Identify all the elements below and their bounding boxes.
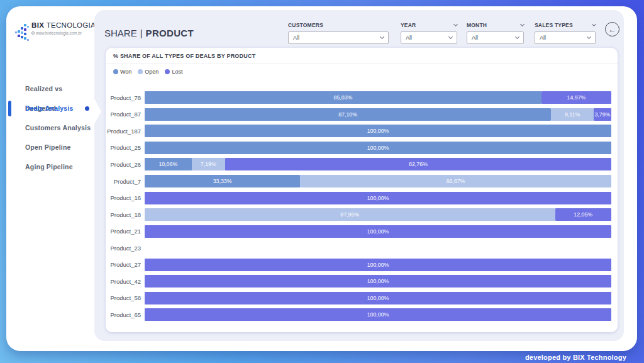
bar-segment-label: 100,00% [367, 262, 389, 268]
legend-label: Open [145, 69, 158, 75]
bar-segment-lost[interactable]: 12,05% [555, 208, 611, 221]
filter-value: All [472, 35, 478, 41]
bar-segment-open[interactable]: 7,19% [192, 158, 225, 170]
chart-title: % SHARE OF ALL TYPES OF DEALS BY PRODUCT [106, 48, 618, 64]
chart-rows: Product_7885,03%14,97%Product_8787,10%9,… [106, 89, 618, 323]
content-panel: SHARE|PRODUCT CUSTOMERSAllYEARAllMONTHAl… [94, 10, 624, 341]
bar-track: 100,00% [145, 125, 611, 137]
category-label: Product_18 [106, 211, 141, 218]
sidebar-item-customers-analysis[interactable]: Customers Analysis [6, 118, 94, 138]
filter-header: SALES TYPES [535, 21, 596, 28]
filter-dropdown-customers[interactable]: All [288, 31, 389, 44]
bar-segment-open[interactable]: 87,95% [145, 208, 555, 221]
bar-segment-label: 7,19% [201, 161, 216, 167]
chart-card: % SHARE OF ALL TYPES OF DEALS BY PRODUCT… [106, 48, 618, 332]
legend-item-lost[interactable]: Lost [165, 69, 182, 75]
brand-name: BIX TECNOLOGIA [31, 21, 96, 29]
developed-by-credit: developed by BIX Technology [525, 354, 626, 361]
chevron-down-icon[interactable] [592, 21, 596, 26]
sidebar-nav: Realized vs budgetedDeals AnalysisCustom… [6, 79, 94, 177]
chart-row: Product_733,33%66,67% [106, 173, 618, 190]
bar-segment-label: 66,67% [447, 178, 465, 184]
legend-item-won[interactable]: Won [113, 69, 131, 75]
bar-segment-lost[interactable]: 14,97% [541, 91, 611, 104]
bar-segment-label: 10,06% [158, 161, 177, 167]
bix-pixel-logo-icon [15, 23, 30, 43]
category-label: Product_187 [106, 128, 141, 135]
bix-logo: BIX TECNOLOGIA www.bixtecnologia.com.br [15, 21, 93, 43]
chart-row: Product_65100,00% [106, 306, 618, 323]
filter-dropdown-month[interactable]: All [467, 31, 524, 44]
bar-segment-won[interactable]: 85,03% [145, 91, 541, 104]
category-label: Product_26 [106, 161, 141, 168]
chevron-down-icon [448, 35, 453, 39]
chevron-down-icon [587, 35, 591, 39]
bar-segment-won[interactable]: 33,33% [145, 175, 300, 187]
filter-sales-types: SALES TYPESAll [535, 21, 596, 44]
filter-dropdown-sales-types[interactable]: All [535, 31, 596, 44]
bar-segment-lost[interactable]: 100,00% [145, 292, 611, 304]
bar-segment-won[interactable]: 87,10% [145, 108, 551, 121]
filter-header: MONTH [467, 21, 524, 28]
page-title-emphasis: PRODUCT [146, 28, 194, 38]
bar-segment-label: 9,11% [565, 111, 580, 118]
category-label: Product_87 [106, 111, 141, 118]
filter-value: All [293, 35, 299, 41]
filter-value: All [540, 35, 546, 41]
bar-segment-open[interactable]: 66,67% [300, 175, 611, 187]
bar-track: 100,00% [145, 259, 611, 271]
bar-track: 100,00% [145, 292, 611, 304]
bar-segment-label: 33,33% [213, 178, 232, 184]
chart-row: Product_42100,00% [106, 273, 618, 290]
bar-segment-lost[interactable]: 100,00% [145, 275, 611, 288]
filter-customers: CUSTOMERSAll [288, 21, 389, 44]
bar-segment-won[interactable]: 100,00% [145, 142, 611, 154]
sidebar-item-aging-pipeline[interactable]: Aging Pipeline [6, 157, 94, 177]
bar-segment-lost[interactable]: 3,79% [594, 108, 611, 121]
chart-row: Product_8787,10%9,11%3,79% [106, 106, 618, 123]
active-indicator-dot [85, 106, 89, 111]
category-label: Product_25 [106, 144, 141, 151]
bar-track: 100,00% [145, 275, 611, 288]
bar-segment-lost[interactable]: 82,76% [225, 158, 611, 170]
chevron-down-icon[interactable] [520, 21, 525, 26]
chevron-down-icon [380, 35, 384, 39]
page-title-separator: | [140, 28, 143, 38]
bar-segment-lost[interactable]: 100,00% [145, 308, 611, 321]
chevron-down-icon [515, 35, 519, 39]
chevron-down-icon[interactable] [453, 21, 458, 26]
category-label: Product_65 [106, 311, 141, 318]
bar-segment-label: 3,79% [594, 111, 610, 118]
legend-label: Lost [172, 69, 182, 75]
filter-value: All [406, 35, 412, 41]
bar-segment-open[interactable]: 9,11% [551, 108, 594, 121]
chart-row: Product_21100,00% [106, 223, 618, 240]
sidebar-item-realized-vs-budgeted[interactable]: Realized vs budgeted [6, 79, 94, 99]
sidebar-item-deals-analysis[interactable]: Deals Analysis [6, 99, 94, 118]
sidebar-item-open-pipeline[interactable]: Open Pipeline [6, 138, 94, 157]
filter-label: MONTH [467, 22, 487, 28]
chart-row: Product_23 [106, 240, 618, 257]
globe-icon [31, 31, 35, 35]
bar-segment-lost[interactable]: 100,00% [145, 225, 611, 238]
bar-segment-lost[interactable]: 100,00% [145, 259, 611, 271]
sidebar-item-label: Open Pipeline [25, 143, 71, 151]
bar-track: 87,95%12,05% [145, 208, 611, 221]
category-label: Product_21 [106, 228, 141, 235]
legend-item-open[interactable]: Open [138, 69, 158, 75]
bar-segment-label: 100,00% [367, 295, 389, 301]
bar-segment-won[interactable]: 100,00% [145, 125, 611, 137]
bar-segment-label: 12,05% [574, 211, 592, 218]
legend-label: Won [120, 69, 131, 75]
bar-track: 10,06%7,19%82,76% [145, 158, 611, 170]
bar-segment-label: 87,10% [338, 111, 357, 118]
logo-text: BIX TECNOLOGIA www.bixtecnologia.com.br [31, 21, 96, 35]
bar-segment-lost[interactable]: 100,00% [145, 192, 611, 204]
sidebar-item-label: Customers Analysis [25, 124, 91, 131]
filter-dropdown-year[interactable]: All [401, 31, 457, 44]
bar-track: 100,00% [145, 142, 611, 154]
back-button[interactable] [605, 22, 619, 36]
bar-segment-label: 100,00% [367, 128, 389, 134]
category-label: Product_16 [106, 194, 141, 201]
bar-segment-won[interactable]: 10,06% [145, 158, 192, 170]
